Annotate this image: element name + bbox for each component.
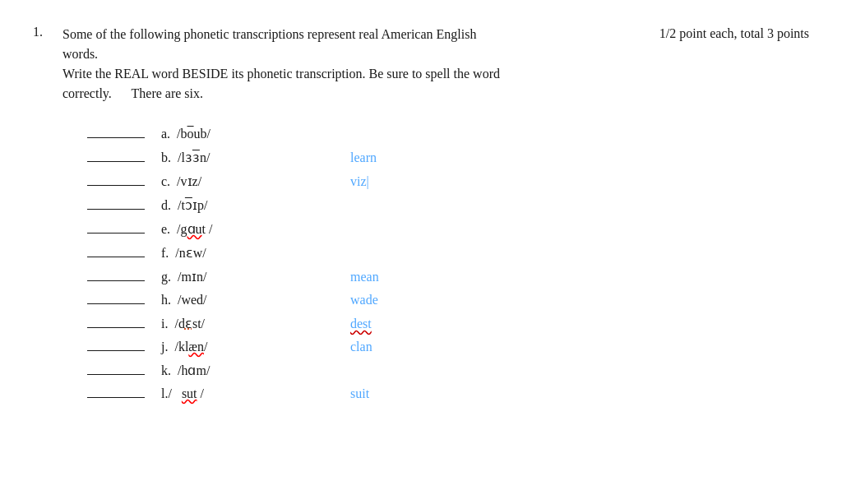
items-section: a. /boub/ b. /lɜɜn/ learn c. /vɪz/ xyxy=(87,127,809,401)
list-item: g. /mɪn/ mean xyxy=(87,269,809,284)
item-label-c: c. /vɪz/ xyxy=(161,173,342,189)
list-item: j. /klæn/ clan xyxy=(87,340,809,354)
phonetic-a: /boub/ xyxy=(177,127,210,141)
phonetic-g: /mɪn/ xyxy=(178,269,206,284)
list-item: b. /lɜɜn/ learn xyxy=(87,150,809,165)
item-letter-k: k. xyxy=(161,363,171,378)
phonetic-c: /vɪz/ xyxy=(177,173,201,189)
question-number: 1. xyxy=(33,25,53,409)
question-container: 1. Some of the following phonetic transc… xyxy=(33,25,809,409)
item-letter-h: h. xyxy=(161,293,171,307)
answer-i: dest xyxy=(350,317,372,331)
answer-blank xyxy=(87,185,145,186)
item-letter-b: b. xyxy=(161,150,171,165)
item-letter-j: j. xyxy=(161,340,168,354)
list-item: d. /tɔɪp/ xyxy=(87,197,809,213)
list-item: f. /nɛw/ xyxy=(87,245,809,261)
phonetic-k: /hɑm/ xyxy=(178,363,210,378)
list-item: k. /hɑm/ xyxy=(87,363,809,378)
item-letter-i: i. xyxy=(161,317,168,331)
points-info: 1/2 point each, total 3 points xyxy=(659,25,809,41)
item-letter-c: c. xyxy=(161,174,170,189)
answer-j: clan xyxy=(350,340,372,354)
item-label-f: f. /nɛw/ xyxy=(161,245,342,261)
item-label-a: a. /boub/ xyxy=(161,127,342,141)
answer-h: wade xyxy=(350,293,378,307)
phonetic-b: /lɜɜn/ xyxy=(178,150,210,165)
instructions-line1: Some of the following phonetic transcrip… xyxy=(62,25,511,64)
item-label-d: d. /tɔɪp/ xyxy=(161,197,342,213)
item-label-b: b. /lɜɜn/ xyxy=(161,150,342,165)
item-letter-e: e. xyxy=(161,222,170,237)
list-item: h. /wed/ wade xyxy=(87,293,809,307)
answer-blank xyxy=(87,257,145,257)
answer-blank xyxy=(87,327,145,328)
answer-blank xyxy=(87,280,145,281)
question-text: Some of the following phonetic transcrip… xyxy=(62,25,809,409)
item-letter-f: f. xyxy=(161,246,169,261)
list-item: c. /vɪz/ viz| xyxy=(87,173,809,189)
answer-g: mean xyxy=(350,270,379,284)
item-letter-l: l./ xyxy=(161,386,172,401)
item-label-l: l./ sut / xyxy=(161,386,342,401)
item-letter-a: a. xyxy=(161,127,170,141)
phonetic-f: /nɛw/ xyxy=(175,245,206,261)
item-label-e: e. /gɑut / xyxy=(161,221,342,237)
phonetic-l: sut / xyxy=(178,386,204,401)
list-item: e. /gɑut / xyxy=(87,221,809,237)
phonetic-j: /klæn/ xyxy=(174,340,207,354)
question-header: Some of the following phonetic transcrip… xyxy=(62,25,809,104)
answer-l: suit xyxy=(350,386,369,401)
phonetic-h: /wed/ xyxy=(178,293,207,307)
item-letter-d: d. xyxy=(161,198,171,213)
item-label-j: j. /klæn/ xyxy=(161,340,342,354)
item-letter-g: g. xyxy=(161,270,171,284)
instructions-line2: Write the REAL word BESIDE its phonetic … xyxy=(62,64,511,84)
instructions-six: There are six. xyxy=(132,86,204,100)
answer-blank xyxy=(87,137,145,138)
answer-blank xyxy=(87,350,145,351)
answer-blank xyxy=(87,209,145,210)
item-label-h: h. /wed/ xyxy=(161,293,342,307)
phonetic-i: /dɛst/ xyxy=(174,316,205,331)
answer-blank xyxy=(87,397,145,398)
answer-blank xyxy=(87,374,145,375)
answer-c: viz| xyxy=(350,174,369,189)
phonetic-e: /gɑut / xyxy=(177,221,212,237)
item-label-g: g. /mɪn/ xyxy=(161,269,342,284)
instructions-correctly: correctly. xyxy=(62,86,112,100)
list-item: a. /boub/ xyxy=(87,127,809,141)
list-item: i. /dɛst/ dest xyxy=(87,316,809,331)
answer-b: learn xyxy=(350,150,377,165)
answer-blank xyxy=(87,303,145,304)
list-item: l./ sut / suit xyxy=(87,386,809,401)
instructions-line3: correctly. There are six. xyxy=(62,84,511,104)
item-label-k: k. /hɑm/ xyxy=(161,363,342,378)
answer-blank xyxy=(87,161,145,162)
item-label-i: i. /dɛst/ xyxy=(161,316,342,331)
instructions-block: Some of the following phonetic transcrip… xyxy=(62,25,511,104)
answer-blank xyxy=(87,233,145,234)
phonetic-d: /tɔɪp/ xyxy=(178,197,207,213)
